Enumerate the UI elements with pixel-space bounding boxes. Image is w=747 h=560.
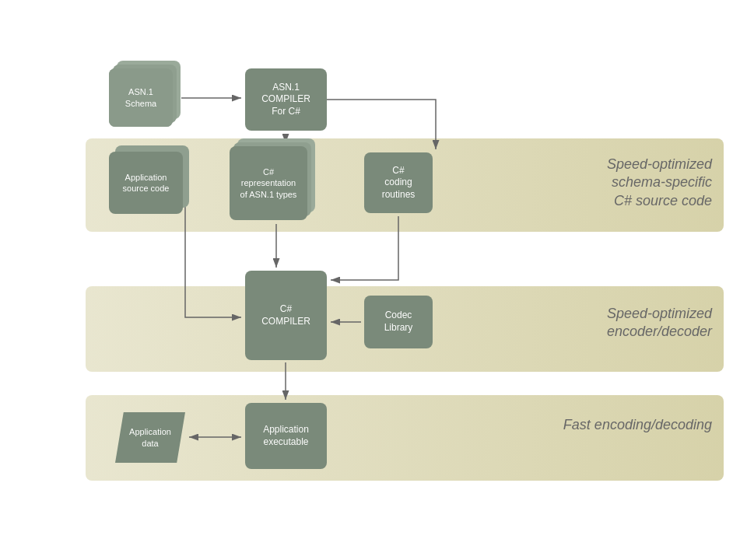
coding-routines-box: C#codingroutines bbox=[364, 152, 433, 213]
codec-library-label: CodecLibrary bbox=[384, 310, 413, 334]
app-source-front: Applicationsource code bbox=[109, 152, 183, 214]
csharp-compiler-label: C#COMPILER bbox=[261, 303, 310, 327]
csharp-compiler-box: C#COMPILER bbox=[245, 271, 327, 360]
diagram-container: Speed-optimizedschema-specificC# source … bbox=[0, 0, 747, 560]
band-bottom bbox=[86, 395, 724, 481]
app-source-label: Applicationsource code bbox=[123, 172, 170, 194]
band-label-top: Speed-optimizedschema-specificC# source … bbox=[607, 156, 712, 210]
asn1-schema-label: ASN.1Schema bbox=[125, 86, 156, 109]
sheet-front: ASN.1Schema bbox=[109, 68, 173, 127]
codec-library-box: CodecLibrary bbox=[364, 296, 433, 348]
cs-types-wrapper: C#representationof ASN.1 types bbox=[230, 146, 307, 220]
asn1-compiler-label: ASN.1COMPILERFor C# bbox=[261, 82, 310, 118]
cs-types-front: C#representationof ASN.1 types bbox=[230, 146, 307, 220]
app-source-wrapper: Applicationsource code bbox=[109, 152, 183, 214]
app-executable-label: Applicationexecutable bbox=[263, 424, 309, 448]
asn1-schema-box: ASN.1Schema bbox=[109, 68, 173, 127]
asn1-compiler-box: ASN.1COMPILERFor C# bbox=[245, 68, 327, 131]
band-label-middle: Speed-optimizedencoder/decoder bbox=[607, 305, 712, 341]
band-label-bottom: Fast encoding/decoding bbox=[563, 416, 712, 434]
app-executable-box: Applicationexecutable bbox=[245, 403, 327, 469]
coding-routines-label: C#codingroutines bbox=[382, 165, 416, 201]
app-data-box: Applicationdata bbox=[115, 412, 185, 463]
app-data-label: Applicationdata bbox=[129, 426, 171, 449]
cs-types-label: C#representationof ASN.1 types bbox=[240, 166, 297, 200]
